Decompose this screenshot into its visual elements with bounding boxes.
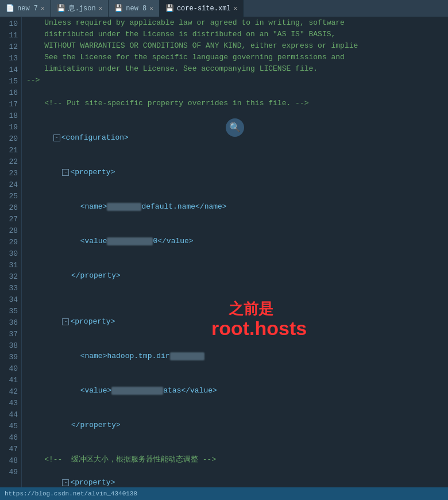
line-14: limitations under the License. See accom…	[26, 63, 448, 75]
line-23: </property>	[26, 259, 448, 293]
line-16	[26, 86, 448, 98]
line-30: <!-- 缓冲区大小，根据服务器性能动态调整 -->	[26, 454, 448, 466]
line-numbers: 10 11 12 13 14 15 16 17 18 19 20 21 22 2…	[0, 17, 22, 487]
tab-close-json[interactable]: ✕	[99, 5, 103, 12]
tab-label-coresite: core-site.xml	[177, 5, 231, 13]
line-21: <name>default.name</name>	[26, 190, 448, 224]
tab-close-coresite[interactable]: ✕	[234, 5, 238, 12]
tab-new8[interactable]: 💾 new 8 ✕	[109, 0, 160, 17]
line-27: <value>atas</value>	[26, 374, 448, 408]
tab-close-new7[interactable]: ✕	[41, 5, 45, 12]
line-17: <!-- Put site-specific property override…	[26, 98, 448, 109]
fold-icon-20[interactable]: -	[62, 169, 69, 176]
fold-icon-31[interactable]: -	[62, 479, 69, 486]
line-12: WITHOUT WARRANTIES OR CONDITIONS OF ANY …	[26, 40, 448, 52]
line-24	[26, 293, 448, 305]
tab-coresite[interactable]: 💾 core-site.xml ✕	[160, 0, 244, 17]
line-15: -->	[26, 75, 448, 86]
line-10: Unless required by applicable law or agr…	[26, 17, 448, 29]
tab-label-new8: new 8	[126, 5, 146, 13]
fold-icon-19[interactable]: -	[53, 134, 60, 141]
line-22: <value0</value>	[26, 224, 448, 259]
tab-close-new8[interactable]: ✕	[149, 5, 153, 12]
tab-icon-json: 💾	[57, 4, 65, 13]
fold-icon-25[interactable]: -	[62, 318, 69, 325]
status-url: https://blog.csdn.net/alvin_4340138	[5, 490, 137, 497]
line-25: -<property>	[26, 305, 448, 339]
editor: 10 11 12 13 14 15 16 17 18 19 20 21 22 2…	[0, 17, 448, 487]
tab-icon-new7: 📄	[6, 4, 14, 13]
line-31: -<property>	[26, 466, 448, 487]
line-11: distributed under the License is distrib…	[26, 29, 448, 40]
tab-icon-coresite: 💾	[165, 4, 174, 13]
line-20: -<property>	[26, 155, 448, 190]
tab-bar: 📄 new 7 ✕ 💾 息.json ✕ 💾 new 8 ✕ 💾 core-si…	[0, 0, 448, 17]
tab-label-json: 息.json	[68, 3, 96, 13]
line-26: <name>hadoop.tmp.dir	[26, 339, 448, 374]
search-icon-overlay[interactable]: 🔍	[226, 118, 244, 137]
status-bar: https://blog.csdn.net/alvin_4340138	[0, 487, 448, 500]
tab-new7[interactable]: 📄 new 7 ✕	[0, 0, 51, 17]
line-29	[26, 443, 448, 454]
tab-label-new7: new 7	[17, 5, 38, 13]
line-13: See the License for the specific languag…	[26, 52, 448, 63]
tab-icon-new8: 💾	[114, 4, 123, 13]
code-area: Unless required by applicable law or agr…	[22, 17, 448, 487]
line-28: </property>	[26, 408, 448, 443]
tab-json[interactable]: 💾 息.json ✕	[51, 0, 109, 17]
